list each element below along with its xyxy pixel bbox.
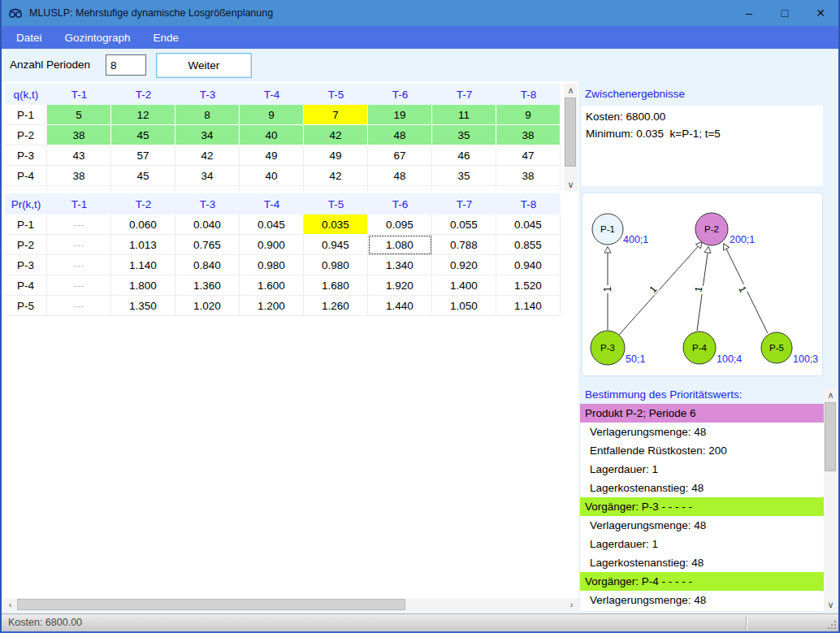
q-table-cell[interactable]: 5 (47, 105, 111, 125)
pr-table-cell[interactable]: 0.920 (432, 255, 496, 275)
pr-table-cell[interactable]: 1.600 (240, 275, 304, 296)
q-table-cell[interactable]: 7 (304, 105, 368, 125)
close-icon[interactable]: ✕ (803, 0, 838, 26)
q-table-cell[interactable]: 43 (47, 145, 111, 166)
q-table-cell[interactable]: 35 (432, 186, 496, 191)
pr-table-cell[interactable]: 0.855 (496, 235, 561, 255)
scroll-down-icon[interactable]: ∨ (824, 598, 838, 611)
q-table-cell[interactable]: 40 (240, 186, 304, 191)
q-table-cell[interactable]: 45 (111, 125, 175, 145)
q-table-cell[interactable]: 9 (496, 105, 561, 125)
scrollbar-thumb[interactable] (565, 98, 576, 167)
q-table-cell[interactable]: 34 (175, 125, 240, 145)
pr-table-cell[interactable]: 1.140 (111, 255, 175, 275)
pr-table-cell[interactable]: --- (47, 215, 111, 235)
maximize-icon[interactable]: □ (767, 0, 803, 26)
q-table-cell[interactable]: 49 (304, 145, 368, 166)
q-table-cell[interactable]: 48 (368, 166, 432, 186)
resize-grip-icon[interactable] (826, 619, 836, 629)
pr-table-cell[interactable]: 0.788 (432, 235, 496, 255)
pr-table-cell[interactable]: 0.040 (175, 215, 240, 235)
pr-table-cell[interactable]: 1.440 (368, 296, 432, 316)
q-table-cell[interactable]: 67 (368, 145, 432, 166)
pr-table-cell[interactable]: 0.060 (111, 215, 175, 235)
pr-table-cell[interactable]: 1.140 (496, 296, 561, 316)
pr-table-cell[interactable]: 0.980 (240, 255, 304, 275)
scroll-down-icon[interactable]: ∨ (564, 178, 578, 191)
pr-table-cell[interactable]: 1.920 (368, 275, 432, 296)
menu-item-ende[interactable]: Ende (145, 28, 188, 47)
scroll-up-icon[interactable]: ∧ (824, 388, 838, 401)
q-table-cell[interactable]: 48 (368, 125, 432, 145)
q-table-cell[interactable]: 38 (496, 125, 561, 145)
q-table-cell[interactable]: 42 (304, 166, 368, 186)
pr-table-cell[interactable]: 1.260 (304, 296, 368, 316)
q-table-cell[interactable]: 42 (304, 125, 368, 145)
weiter-button[interactable]: Weiter (156, 53, 252, 78)
q-table-scrollbar[interactable]: ∧ ∨ (564, 84, 578, 191)
scrollbar-thumb[interactable] (825, 402, 836, 471)
q-table-cell[interactable]: 45 (111, 166, 175, 186)
pr-table-cell[interactable]: 1.020 (175, 296, 240, 316)
pr-table-cell[interactable]: 1.080 (368, 235, 432, 255)
scrollbar-thumb[interactable] (17, 599, 405, 610)
pr-table-cell[interactable]: 1.050 (432, 296, 496, 316)
q-table-cell[interactable]: 38 (496, 166, 561, 186)
pr-table-cell[interactable]: --- (47, 255, 111, 275)
q-table-cell[interactable]: 47 (496, 145, 561, 166)
pr-table-cell[interactable]: 0.980 (304, 255, 368, 275)
pr-table-cell[interactable]: 0.045 (496, 215, 561, 235)
pr-table-cell[interactable]: 1.400 (432, 275, 496, 296)
q-table-cell[interactable]: 40 (240, 125, 304, 145)
q-table-cell[interactable]: 38 (47, 166, 111, 186)
q-table-cell[interactable]: 35 (432, 125, 496, 145)
q-table-cell[interactable]: 34 (175, 166, 240, 186)
pr-table-cell[interactable]: 0.765 (175, 235, 240, 255)
pr-table-cell[interactable]: 1.520 (496, 275, 561, 296)
pr-table-cell[interactable]: 1.680 (304, 275, 368, 296)
horizontal-scrollbar[interactable]: ‹ › (3, 598, 578, 612)
q-table-cell[interactable]: 45 (111, 186, 175, 191)
q-table-cell[interactable]: 8 (175, 105, 240, 125)
q-table-cell[interactable]: 46 (432, 145, 496, 166)
q-table-cell[interactable]: 11 (432, 105, 496, 125)
priority-scrollbar[interactable]: ∧ ∨ (824, 388, 838, 611)
pr-table-cell[interactable]: 1.200 (240, 296, 304, 316)
q-table-cell[interactable]: 42 (304, 186, 368, 191)
q-table-cell[interactable]: 38 (47, 186, 111, 191)
pr-table-cell[interactable]: 0.095 (368, 215, 432, 235)
pr-table-cell[interactable]: 1.350 (111, 296, 175, 316)
pr-table-cell[interactable]: 0.940 (496, 255, 561, 275)
pr-table-cell[interactable]: 1.340 (368, 255, 432, 275)
q-table-cell[interactable]: 12 (111, 105, 175, 125)
pr-table-cell[interactable]: 0.900 (240, 235, 304, 255)
q-table-cell[interactable]: 38 (496, 186, 561, 191)
pr-table-cell[interactable]: 0.045 (240, 215, 304, 235)
scroll-right-icon[interactable]: › (565, 598, 578, 612)
scroll-left-icon[interactable]: ‹ (3, 598, 17, 612)
q-table-cell[interactable]: 48 (368, 186, 432, 191)
q-table-cell[interactable]: 34 (175, 186, 240, 191)
q-table-cell[interactable]: 40 (240, 166, 304, 186)
pr-table-cell[interactable]: 0.035 (304, 215, 368, 235)
pr-table-cell[interactable]: 0.055 (432, 215, 496, 235)
q-table-cell[interactable]: 9 (240, 105, 304, 125)
q-table-cell[interactable]: 57 (111, 145, 175, 166)
pr-table-cell[interactable]: 0.945 (304, 235, 368, 255)
menu-item-datei[interactable]: Datei (8, 28, 50, 47)
menu-item-gozintograph[interactable]: Gozintograph (57, 28, 139, 47)
periods-input[interactable] (106, 54, 146, 76)
pr-table-cell[interactable]: 1.360 (175, 275, 240, 296)
pr-table-cell[interactable]: 1.013 (111, 235, 175, 255)
pr-table-cell[interactable]: --- (47, 275, 111, 296)
q-table-cell[interactable]: 35 (432, 166, 496, 186)
q-table-cell[interactable]: 19 (368, 105, 432, 125)
q-table-cell[interactable]: 38 (47, 125, 111, 145)
minimize-icon[interactable]: – (731, 0, 767, 26)
pr-table-cell[interactable]: --- (47, 235, 111, 255)
q-table-cell[interactable]: 42 (175, 145, 240, 166)
pr-table-cell[interactable]: 0.840 (175, 255, 240, 275)
q-table-cell[interactable]: 49 (240, 145, 304, 166)
pr-table-cell[interactable]: --- (47, 296, 111, 316)
pr-table-cell[interactable]: 1.800 (111, 275, 175, 296)
